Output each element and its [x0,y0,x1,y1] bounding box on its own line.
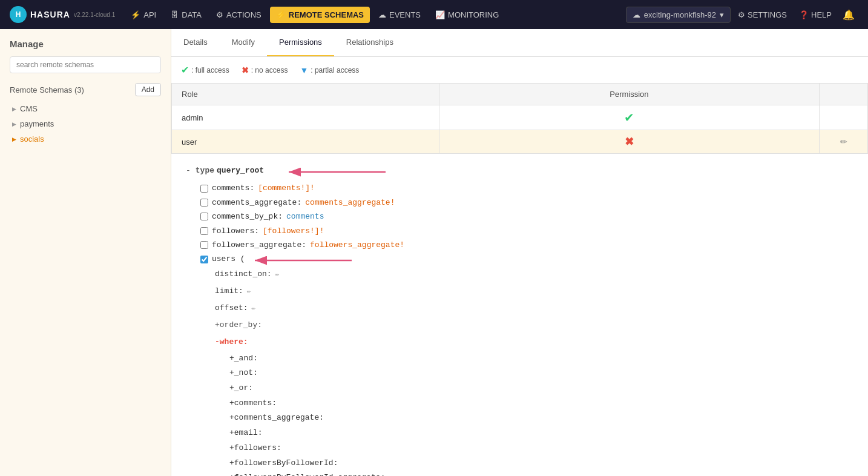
cms-arrow-icon: ▶ [12,106,16,112]
notifications-bell[interactable]: 🔔 [839,5,858,24]
table-row: user ✖ ✏ [172,130,868,154]
where-comments: +comments: [229,396,858,411]
legend-no-access: ✖ : no access [242,65,288,75]
tab-relationships[interactable]: Relationships [334,29,406,56]
where-or: +_or: [229,381,858,396]
field-followers: followers: [followers!]! [200,224,858,238]
collapse-icon[interactable]: - [186,164,191,177]
field-comments-by-pk: comments_by_pk: comments [200,210,858,223]
order-by-arg: +order_by: [215,317,858,333]
where-items: +_and: +_not: +_or: +comments: +comments… [229,351,858,476]
permissions-table: Role Permission admin ✔ user [171,83,868,154]
followers-checkbox[interactable] [200,227,208,235]
user-edit-cell[interactable]: ✏ [820,130,868,154]
users-args: distinct_on: ✏ limit: ✏ offset: ✏ +order… [215,266,858,350]
users-checkbox[interactable] [200,256,208,263]
add-schema-button[interactable]: Add [135,83,161,96]
distinct-on-edit-icon[interactable]: ✏ [275,268,280,281]
where-and: +_and: [229,351,858,366]
sidebar-item-socials[interactable]: ▶ socials [0,131,171,147]
where-minus: -where: [215,334,248,350]
socials-arrow-icon: ▶ [12,136,16,142]
nav-api[interactable]: ⚡ API [125,7,162,23]
where-followers-by-id: +followersByFollowerId: [229,456,858,471]
content-area: ✔ : full access ✖ : no access ▼ : partia… [171,57,868,476]
offset-arg: offset: ✏ [215,300,858,316]
permission-column-header: Permission [439,84,819,105]
field-users-name: users ( [212,252,245,266]
field-followers-name: followers: [212,224,259,238]
actions-icon: ⚙ [216,10,223,19]
where-not: +_not: [229,366,858,381]
chevron-down-icon: ▾ [720,10,724,19]
field-comments-aggregate: comments_aggregate: comments_aggregate! [200,196,858,210]
sidebar-manage-label: Manage [0,39,171,56]
field-comments-name: comments: [212,181,254,195]
logo-text: HASURA [30,10,70,19]
admin-role-cell: admin [172,105,439,130]
nav-actions[interactable]: ⚙ ACTIONS [210,7,268,23]
field-comments: comments: [comments!]! [200,181,858,195]
events-icon: ☁ [378,10,386,19]
field-comments-pk-name: comments_by_pk: [212,210,283,223]
remote-schemas-count: Remote Schemas (3) [10,85,84,94]
followers-type-link[interactable]: [followers!]! [263,224,324,238]
comments-pk-type-link[interactable]: comments [286,210,324,223]
limit-edit-icon[interactable]: ✏ [247,285,251,298]
help-button[interactable]: ❓ HELP [794,7,837,23]
where-email: +email: [229,426,858,441]
user-permission-cell: ✖ [439,130,819,154]
cloud-instance-button[interactable]: ☁ exciting-monkfish-92 ▾ [626,7,731,23]
nav-monitoring[interactable]: 📈 MONITORING [429,7,505,23]
payments-arrow-icon: ▶ [12,121,16,127]
where-followers-by-id-agg: +followersByFollowerId_aggregate: [229,471,858,476]
followers-agg-type-link[interactable]: followers_aggregate! [310,238,404,252]
settings-icon: ⚙ [738,10,745,19]
search-input[interactable] [10,56,161,73]
settings-button[interactable]: ⚙ SETTINGS [733,7,792,23]
edit-icon[interactable]: ✏ [840,137,847,147]
offset-edit-icon[interactable]: ✏ [252,302,256,315]
hasura-logo[interactable]: H HASURA v2.22.1-cloud.1 [10,6,115,23]
top-navigation: H HASURA v2.22.1-cloud.1 ⚡ API 🗄 DATA ⚙ … [0,0,868,29]
limit-arg: limit: ✏ [215,283,858,299]
where-arg: -where: [215,334,858,350]
nav-events[interactable]: ☁ EVENTS [372,7,427,23]
sidebar-item-cms[interactable]: ▶ CMS [0,101,171,116]
field-users: users ( [200,252,858,266]
table-row: admin ✔ [172,105,868,130]
comments-checkbox[interactable] [200,185,208,193]
tab-permissions[interactable]: Permissions [267,29,334,56]
remote-schemas-icon: ⚡ [276,10,286,19]
filter-icon: ▼ [300,65,308,75]
tab-details[interactable]: Details [171,29,220,56]
nav-data[interactable]: 🗄 DATA [165,7,208,23]
comments-agg-type-link[interactable]: comments_aggregate! [305,196,395,210]
field-followers-aggregate: followers_aggregate: followers_aggregate… [200,238,858,252]
field-comments-agg-name: comments_aggregate: [212,196,301,210]
help-icon: ❓ [799,10,809,19]
followers-agg-checkbox[interactable] [200,241,208,249]
where-comments-agg: +comments_aggregate: [229,411,858,426]
comments-by-pk-checkbox[interactable] [200,213,208,220]
arrow-to-type [283,161,392,183]
data-icon: 🗄 [171,10,179,19]
distinct-on-label: distinct_on: [215,266,272,282]
schema-tree: - type query_root [171,154,868,476]
nav-remote-schemas[interactable]: ⚡ REMOTE SCHEMAS [270,7,370,23]
offset-label: offset: [215,300,248,316]
comments-aggregate-checkbox[interactable] [200,199,208,207]
sidebar-item-payments[interactable]: ▶ payments [0,116,171,131]
user-role-cell: user [172,130,439,154]
legend-full-access: ✔ : full access [181,64,229,76]
x-icon: ✖ [242,65,249,75]
tab-modify[interactable]: Modify [220,29,267,56]
role-column-header: Role [172,84,439,105]
action-column-header [820,84,868,105]
monitoring-icon: 📈 [435,10,445,19]
hasura-logo-icon: H [10,6,27,23]
admin-permission-cell: ✔ [439,105,819,130]
version-label: v2.22.1-cloud.1 [74,12,115,18]
admin-action-cell [820,105,868,130]
comments-type-link[interactable]: [comments!]! [258,181,315,195]
